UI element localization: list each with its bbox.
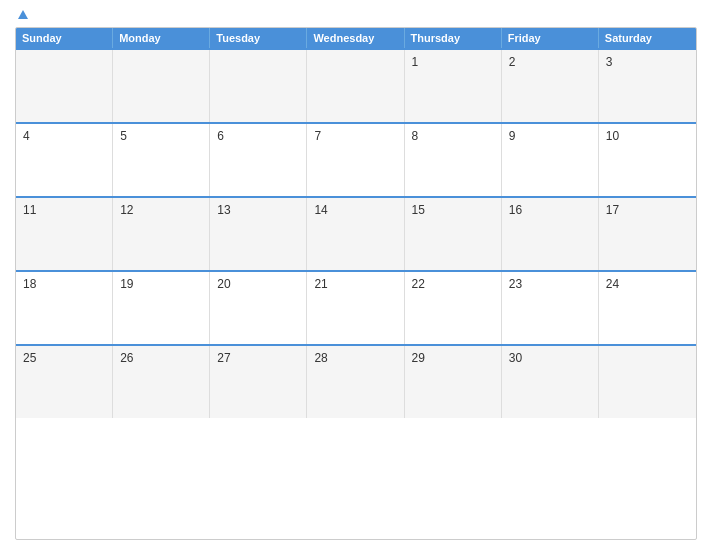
day-number: 12 bbox=[120, 203, 133, 217]
day-cell: 12 bbox=[113, 198, 210, 270]
day-cell: 18 bbox=[16, 272, 113, 344]
day-cell: 25 bbox=[16, 346, 113, 418]
day-cell: 3 bbox=[599, 50, 696, 122]
day-cell: 15 bbox=[405, 198, 502, 270]
day-number: 7 bbox=[314, 129, 321, 143]
col-saturday: Saturday bbox=[599, 28, 696, 48]
day-cell: 2 bbox=[502, 50, 599, 122]
day-cell: 17 bbox=[599, 198, 696, 270]
day-number: 18 bbox=[23, 277, 36, 291]
day-number: 26 bbox=[120, 351, 133, 365]
day-number: 30 bbox=[509, 351, 522, 365]
day-number: 3 bbox=[606, 55, 613, 69]
day-number: 11 bbox=[23, 203, 36, 217]
day-number: 16 bbox=[509, 203, 522, 217]
day-cell: 7 bbox=[307, 124, 404, 196]
day-number: 29 bbox=[412, 351, 425, 365]
day-number: 20 bbox=[217, 277, 230, 291]
day-number: 15 bbox=[412, 203, 425, 217]
day-cell: 16 bbox=[502, 198, 599, 270]
logo bbox=[15, 10, 28, 19]
day-number: 1 bbox=[412, 55, 419, 69]
day-number: 23 bbox=[509, 277, 522, 291]
day-number: 25 bbox=[23, 351, 36, 365]
day-cell bbox=[210, 50, 307, 122]
day-number: 4 bbox=[23, 129, 30, 143]
day-cell: 10 bbox=[599, 124, 696, 196]
logo-triangle-icon bbox=[18, 10, 28, 19]
day-number: 19 bbox=[120, 277, 133, 291]
day-number: 9 bbox=[509, 129, 516, 143]
day-number: 27 bbox=[217, 351, 230, 365]
day-cell: 14 bbox=[307, 198, 404, 270]
day-cell: 26 bbox=[113, 346, 210, 418]
day-cell: 22 bbox=[405, 272, 502, 344]
calendar: Sunday Monday Tuesday Wednesday Thursday… bbox=[15, 27, 697, 540]
day-cell bbox=[307, 50, 404, 122]
week-row-2: 45678910 bbox=[16, 122, 696, 196]
day-cell: 24 bbox=[599, 272, 696, 344]
col-monday: Monday bbox=[113, 28, 210, 48]
week-row-3: 11121314151617 bbox=[16, 196, 696, 270]
day-cell: 19 bbox=[113, 272, 210, 344]
day-cell: 29 bbox=[405, 346, 502, 418]
calendar-header: Sunday Monday Tuesday Wednesday Thursday… bbox=[16, 28, 696, 48]
day-number: 24 bbox=[606, 277, 619, 291]
week-row-4: 18192021222324 bbox=[16, 270, 696, 344]
day-number: 22 bbox=[412, 277, 425, 291]
day-cell: 8 bbox=[405, 124, 502, 196]
day-number: 14 bbox=[314, 203, 327, 217]
day-number: 8 bbox=[412, 129, 419, 143]
day-cell: 11 bbox=[16, 198, 113, 270]
day-number: 28 bbox=[314, 351, 327, 365]
day-cell: 13 bbox=[210, 198, 307, 270]
day-number: 2 bbox=[509, 55, 516, 69]
page-header bbox=[15, 10, 697, 19]
day-cell: 4 bbox=[16, 124, 113, 196]
day-cell: 27 bbox=[210, 346, 307, 418]
day-cell: 20 bbox=[210, 272, 307, 344]
col-wednesday: Wednesday bbox=[307, 28, 404, 48]
day-number: 17 bbox=[606, 203, 619, 217]
col-sunday: Sunday bbox=[16, 28, 113, 48]
day-number: 21 bbox=[314, 277, 327, 291]
day-number: 10 bbox=[606, 129, 619, 143]
col-thursday: Thursday bbox=[405, 28, 502, 48]
week-row-1: 123 bbox=[16, 48, 696, 122]
day-cell: 21 bbox=[307, 272, 404, 344]
day-cell: 6 bbox=[210, 124, 307, 196]
col-tuesday: Tuesday bbox=[210, 28, 307, 48]
day-number: 6 bbox=[217, 129, 224, 143]
day-cell bbox=[599, 346, 696, 418]
day-cell bbox=[113, 50, 210, 122]
day-number: 5 bbox=[120, 129, 127, 143]
day-cell: 23 bbox=[502, 272, 599, 344]
day-cell: 5 bbox=[113, 124, 210, 196]
week-row-5: 252627282930 bbox=[16, 344, 696, 418]
day-cell: 30 bbox=[502, 346, 599, 418]
calendar-body: 1234567891011121314151617181920212223242… bbox=[16, 48, 696, 418]
day-cell: 9 bbox=[502, 124, 599, 196]
day-cell: 28 bbox=[307, 346, 404, 418]
day-number: 13 bbox=[217, 203, 230, 217]
col-friday: Friday bbox=[502, 28, 599, 48]
day-cell: 1 bbox=[405, 50, 502, 122]
day-cell bbox=[16, 50, 113, 122]
